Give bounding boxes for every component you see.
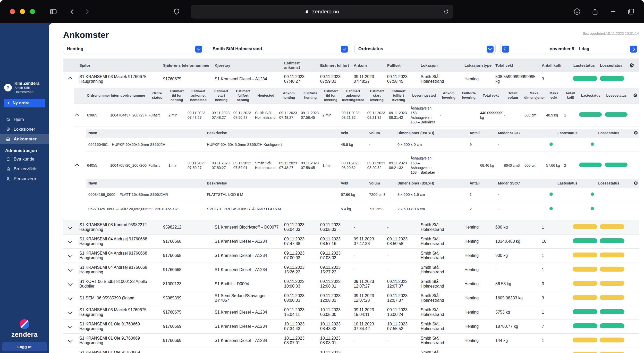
- lastestatus-pill: [573, 76, 597, 81]
- lastestatus-pill: [573, 338, 597, 342]
- sidebar-item-personvern[interactable]: Personvern: [0, 174, 49, 184]
- arrival-row[interactable]: S1 KRANSEMI 04 Andrzej 91760668 Haugrønn…: [63, 234, 639, 248]
- lossestatus-pill: [600, 253, 624, 257]
- expand-toggle[interactable]: [63, 263, 77, 277]
- sidebar-item-bytt-kunde[interactable]: Bytt kunde: [0, 154, 49, 164]
- shield-icon[interactable]: [173, 8, 180, 15]
- estimated-finished-cell: 09.11.2023 12:08:01: [318, 291, 352, 305]
- logout-button[interactable]: Logg ut: [2, 342, 47, 351]
- expand-toggle[interactable]: [63, 348, 77, 353]
- arrival-row[interactable]: S1 KRANSEMI 01 Ole 91760669 Haugrønning9…: [63, 333, 639, 348]
- brand-block: zendera: [0, 319, 49, 339]
- address-bar[interactable]: zendera.no: [191, 5, 453, 19]
- settings-gear-icon[interactable]: ⚙: [633, 93, 637, 98]
- date-range-picker[interactable]: november 9 – I dag: [500, 44, 639, 54]
- order-column-header: Ordre status: [147, 88, 167, 104]
- chevron-down-icon[interactable]: [341, 46, 348, 53]
- driver-cell: S1 KRANSEMI 01 Ole 91760669 Haugrønning: [77, 333, 161, 348]
- user-profile[interactable]: Kim Zendera Smith Stål Holmestrand: [0, 81, 49, 94]
- estimated-finished-cell: 09.11.2023 08:57:16: [318, 234, 352, 248]
- expand-toggle[interactable]: [63, 319, 77, 333]
- estimated-arrival-cell: 09.11.2023 06:04:03: [282, 220, 318, 234]
- downloads-icon[interactable]: [573, 8, 581, 15]
- settings-gear-icon[interactable]: ⚙: [629, 62, 634, 68]
- item-name-cell: 05034186_0600 – FLATT 15x 80mm S355J2AR: [86, 188, 204, 202]
- item-count-cell: 2: [467, 202, 495, 216]
- arrival-row[interactable]: S1 KRANSEMI 01 Ole 91760669 Haugrønning9…: [63, 319, 639, 333]
- finished-cell: 09.11.2023 08:50:58: [385, 234, 419, 248]
- item-column-header: Antall: [467, 179, 495, 188]
- vehicle-cell: S1 Kransemi Diesel – A1234: [213, 72, 282, 86]
- package-count-cell: 7: [540, 319, 571, 333]
- arrival-row[interactable]: S1 KRANSEMI 01 Ole 91760669 Haugrønning9…: [63, 348, 639, 353]
- new-tab-icon[interactable]: [609, 8, 617, 15]
- sidebar-toggle-icon[interactable]: [49, 8, 57, 15]
- driver-cell: S1 KRANSEMI 03 Maciek 91760675 Haugrønni…: [77, 72, 161, 86]
- avatar: [4, 84, 12, 91]
- next-day-button[interactable]: [630, 46, 637, 53]
- date-range-label: november 9 – I dag: [509, 46, 630, 52]
- forward-button[interactable]: [83, 8, 90, 15]
- expand-toggle[interactable]: [63, 248, 77, 263]
- expand-toggle[interactable]: [63, 234, 77, 248]
- vehicle-cell: S1 Kransemi Biodrivstoff – D00077: [213, 220, 282, 234]
- expand-toggle[interactable]: [74, 104, 86, 127]
- arrival-row[interactable]: S1 KRANSEMI 04 Andrzej 91760668 Haugrønn…: [63, 248, 639, 263]
- arrived-cell: 09.11.2023 07:47:38: [352, 234, 385, 248]
- expand-toggle[interactable]: [63, 72, 77, 86]
- finished-cell: -: [385, 348, 419, 353]
- sidebar-item-hjem[interactable]: Hjem: [0, 115, 49, 124]
- order-row[interactable]: 638651004704437_206723749Fullført2 min09…: [74, 104, 639, 127]
- item-column-header: Lastestatus: [547, 129, 588, 138]
- lastestatus-pill: [573, 309, 597, 314]
- filter-location-select[interactable]: Smith Stål Holmestrand: [209, 44, 350, 54]
- chevron-down-icon[interactable]: [195, 46, 202, 53]
- arrival-row[interactable]: S1 KRANSEMI 03 Maciek 91760675 Haugrønni…: [63, 72, 639, 86]
- location-type-cell: Henting: [462, 319, 493, 333]
- sidebar-item-ankomster[interactable]: Ankomster: [0, 134, 49, 144]
- settings-gear-icon[interactable]: ⚙: [634, 130, 638, 136]
- new-order-button[interactable]: + Ny ordre: [4, 99, 45, 107]
- arrival-row[interactable]: S1 KRANSEMI 04 Andrzej 91760668 Haugrønn…: [63, 263, 639, 277]
- order-column-header: Ordrenummer: [86, 88, 109, 104]
- share-icon[interactable]: [591, 8, 599, 15]
- location-type-cell: Henting: [462, 248, 493, 263]
- expand-toggle[interactable]: [63, 277, 77, 291]
- arrival-row[interactable]: S1 KRANSEMI 03 Maciek 91760675 Haugrønni…: [63, 305, 639, 319]
- arrival-row[interactable]: S1 KRANSEMI 08 Konrad 95982212 Haugrønni…: [63, 220, 639, 234]
- tab-overview-icon[interactable]: [628, 8, 635, 15]
- expand-toggle[interactable]: [63, 305, 77, 319]
- last-updated-text: Sist oppdatert:10.11.2023 10:31:14: [583, 31, 639, 36]
- previous-day-button[interactable]: [502, 46, 509, 53]
- expand-toggle[interactable]: [63, 291, 77, 305]
- expand-toggle[interactable]: [63, 333, 77, 348]
- item-row: 05034186_0600 – FLATT 15x 80mm S355J2ARF…: [86, 188, 639, 202]
- expand-toggle[interactable]: [74, 154, 86, 177]
- vehicle-cell: S1 Kransemi Diesel – A1234: [213, 348, 282, 353]
- orders-table: OrdrenummerInternt ordrenummerOrdre stat…: [74, 88, 639, 218]
- location-cell: Smith Stål Holmestrand: [419, 319, 462, 333]
- driver-cell: S1 KRANSEMI 04 Andrzej 91760668 Haugrønn…: [77, 234, 161, 248]
- filter-type-select[interactable]: Henting: [63, 44, 204, 54]
- sidebar-item-lokasjoner[interactable]: Lokasjoner: [0, 124, 49, 134]
- chevron-down-icon: [68, 253, 72, 257]
- expand-toggle[interactable]: [63, 220, 77, 234]
- order-column-header: Maks dimensjoner: [523, 88, 545, 104]
- browser-titlebar: zendera.no: [0, 0, 644, 23]
- table-header-row: Sjåfør Sjåførens telefonnummer Kjøretøy …: [63, 58, 639, 72]
- zoom-window-button[interactable]: [30, 9, 35, 14]
- back-button[interactable]: [69, 8, 76, 15]
- order-row[interactable]: 640551004705720_206726003Fullført1 min09…: [74, 154, 639, 177]
- chevron-down-icon[interactable]: [487, 46, 494, 53]
- arrival-row[interactable]: S1 SEMI 06 95985399 Ørland95985399S1 Sem…: [63, 291, 639, 305]
- phone-cell: 91760675: [161, 72, 213, 86]
- filter-status-select[interactable]: Ordrestatus: [354, 44, 496, 54]
- package-count-cell: 1: [540, 348, 571, 353]
- order-column-header: Estimert tid for levering: [321, 88, 340, 104]
- sidebar-item-brukervilkar[interactable]: Brukervilkår: [0, 164, 49, 174]
- reload-icon[interactable]: [443, 9, 449, 15]
- minimize-window-button[interactable]: [20, 9, 25, 14]
- arrival-row[interactable]: S1 KORT 06 Budbil 81000123 Apollo Budbil…: [63, 277, 639, 291]
- settings-gear-icon[interactable]: ⚙: [634, 181, 638, 186]
- close-window-button[interactable]: [10, 9, 15, 14]
